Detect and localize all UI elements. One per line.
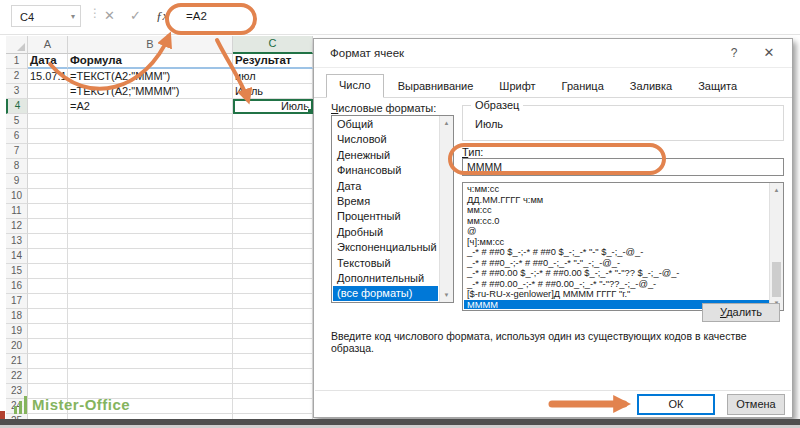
row-header-10[interactable]: 10 xyxy=(6,189,28,204)
cell-C20[interactable] xyxy=(233,339,313,354)
cell-B8[interactable] xyxy=(68,159,233,174)
cell-A20[interactable] xyxy=(28,339,68,354)
column-header-B[interactable]: B xyxy=(68,36,233,54)
cell-A19[interactable] xyxy=(28,324,68,339)
close-icon[interactable]: ✕ xyxy=(758,39,780,67)
row-header-14[interactable]: 14 xyxy=(6,249,28,264)
cell-C9[interactable] xyxy=(233,174,313,189)
cell-C19[interactable] xyxy=(233,324,313,339)
cell-B1[interactable]: Формула xyxy=(68,54,233,69)
cell-B17[interactable] xyxy=(68,294,233,309)
row-header-4[interactable]: 4 xyxy=(6,99,28,114)
format-codes-list[interactable]: ч:мм:ссДД.ММ.ГГГГ ч:мммм:ссмм:сс.0@[ч]:м… xyxy=(462,182,784,311)
cell-B2[interactable]: =ТЕКСТ(A2;"МММ") xyxy=(68,69,233,84)
row-header-3[interactable]: 3 xyxy=(6,84,28,99)
cell-B18[interactable] xyxy=(68,309,233,324)
category-item[interactable]: Время xyxy=(333,194,438,209)
format-code-item[interactable]: _-* # ##0_-;-* # ##0_-;_-* "-"_-;_-@_- xyxy=(464,258,769,269)
cell-C15[interactable] xyxy=(233,264,313,279)
category-item[interactable]: Общий xyxy=(333,117,438,132)
cell-C24[interactable] xyxy=(233,399,313,414)
scroll-up-icon[interactable]: ▲ xyxy=(770,184,783,196)
category-item[interactable]: Денежный xyxy=(333,148,438,163)
cell-B10[interactable] xyxy=(68,189,233,204)
type-input[interactable] xyxy=(462,158,784,176)
cell-A2[interactable]: 15.07.1992 xyxy=(28,69,68,84)
ok-button[interactable]: ОК xyxy=(637,394,715,415)
cell-C4[interactable]: Июль xyxy=(233,99,313,114)
cell-B19[interactable] xyxy=(68,324,233,339)
cell-B13[interactable] xyxy=(68,234,233,249)
category-listbox[interactable]: ОбщийЧисловойДенежныйФинансовыйДатаВремя… xyxy=(331,115,454,303)
cell-C21[interactable] xyxy=(233,354,313,369)
cell-C11[interactable] xyxy=(233,204,313,219)
cell-C13[interactable] xyxy=(233,234,313,249)
cell-C7[interactable] xyxy=(233,144,313,159)
enter-entry-icon[interactable]: ✓ xyxy=(130,5,141,27)
cell-A10[interactable] xyxy=(28,189,68,204)
select-all-corner[interactable] xyxy=(6,36,28,54)
row-header-11[interactable]: 11 xyxy=(6,204,28,219)
tab-Число[interactable]: Число xyxy=(326,74,384,98)
cell-B4[interactable]: =A2 xyxy=(68,99,233,114)
cell-B12[interactable] xyxy=(68,219,233,234)
row-header-9[interactable]: 9 xyxy=(6,174,28,189)
cell-A22[interactable] xyxy=(28,369,68,384)
format-code-item[interactable]: ДД.ММ.ГГГГ ч:мм xyxy=(464,195,769,206)
row-header-20[interactable]: 20 xyxy=(6,339,28,354)
cell-A15[interactable] xyxy=(28,264,68,279)
cell-A4[interactable] xyxy=(28,99,68,114)
format-code-item[interactable]: @ xyxy=(464,226,769,237)
cell-B7[interactable] xyxy=(68,144,233,159)
cell-C1[interactable]: Результат xyxy=(233,54,313,69)
cell-A16[interactable] xyxy=(28,279,68,294)
row-header-2[interactable]: 2 xyxy=(6,69,28,84)
tab-Защита[interactable]: Защита xyxy=(686,76,749,97)
cell-C8[interactable] xyxy=(233,159,313,174)
cell-B14[interactable] xyxy=(68,249,233,264)
insert-function-icon[interactable]: ƒx xyxy=(156,5,168,27)
category-item[interactable]: Числовой xyxy=(333,132,438,147)
row-header-7[interactable]: 7 xyxy=(6,144,28,159)
cell-C17[interactable] xyxy=(233,294,313,309)
cell-A13[interactable] xyxy=(28,234,68,249)
cell-C14[interactable] xyxy=(233,249,313,264)
name-box-dropdown-icon[interactable]: ▾ xyxy=(71,6,75,28)
cancel-button[interactable]: Отмена xyxy=(727,394,785,415)
category-item[interactable]: Экспоненциальный xyxy=(333,240,438,255)
cell-B21[interactable] xyxy=(68,354,233,369)
row-header-16[interactable]: 16 xyxy=(6,279,28,294)
format-code-item[interactable]: _-* # ##0.00_-;-* # ##0.00_-;_-* "-"??_-… xyxy=(464,279,769,290)
row-header-13[interactable]: 13 xyxy=(6,234,28,249)
cell-B15[interactable] xyxy=(68,264,233,279)
cell-B20[interactable] xyxy=(68,339,233,354)
cell-C16[interactable] xyxy=(233,279,313,294)
format-code-item[interactable]: [ч]:мм:сс xyxy=(464,237,769,248)
cell-A5[interactable] xyxy=(28,114,68,129)
cell-C2[interactable]: июл xyxy=(233,69,313,84)
cell-C23[interactable] xyxy=(233,384,313,399)
row-header-6[interactable]: 6 xyxy=(6,129,28,144)
column-header-C[interactable]: C xyxy=(233,36,313,54)
cell-A12[interactable] xyxy=(28,219,68,234)
cell-C6[interactable] xyxy=(233,129,313,144)
row-header-5[interactable]: 5 xyxy=(6,114,28,129)
scroll-down-icon[interactable]: ▼ xyxy=(440,289,453,301)
format-code-item[interactable]: мм:сс.0 xyxy=(464,216,769,227)
cell-B6[interactable] xyxy=(68,129,233,144)
row-header-1[interactable]: 1 xyxy=(6,54,28,69)
codes-scrollbar[interactable]: ▲ ▼ xyxy=(769,183,783,310)
row-header-12[interactable]: 12 xyxy=(6,219,28,234)
cell-A21[interactable] xyxy=(28,354,68,369)
help-icon[interactable]: ? xyxy=(724,39,744,67)
format-code-item[interactable]: мм:сс xyxy=(464,205,769,216)
row-header-22[interactable]: 22 xyxy=(6,369,28,384)
tab-Шрифт[interactable]: Шрифт xyxy=(487,76,547,97)
scrollbar-thumb[interactable] xyxy=(772,262,781,298)
tab-Выравнивание[interactable]: Выравнивание xyxy=(386,76,486,97)
row-header-18[interactable]: 18 xyxy=(6,309,28,324)
formula-bar-input[interactable]: =A2 xyxy=(186,5,207,27)
cell-C12[interactable] xyxy=(233,219,313,234)
category-item[interactable]: Дата xyxy=(333,179,438,194)
category-item[interactable]: Финансовый xyxy=(333,163,438,178)
